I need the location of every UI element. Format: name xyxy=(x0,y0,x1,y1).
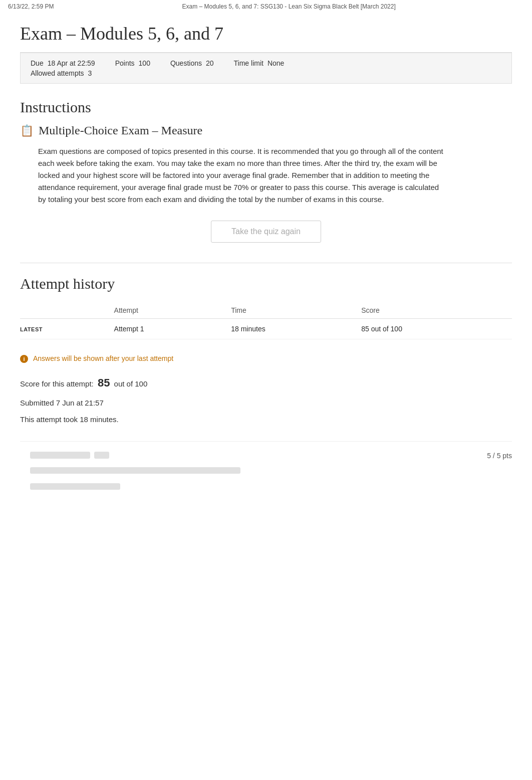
due-label: Due xyxy=(31,59,44,67)
top-bar-title: Exam – Modules 5, 6, and 7: SSG130 - Lea… xyxy=(182,3,396,10)
col-header-time: Time xyxy=(231,302,361,319)
time-limit-value: None xyxy=(268,59,284,67)
meta-questions: Questions 20 xyxy=(170,59,214,67)
redacted-title-block-2 xyxy=(94,452,109,459)
attempt-table: Attempt Time Score LATEST Attempt 1 18 m… xyxy=(20,302,512,339)
attempt-number-cell: Attempt 1 xyxy=(114,319,231,339)
meta-row-2: Allowed attempts 3 xyxy=(31,69,501,77)
top-bar: 6/13/22, 2:59 PM Exam – Modules 5, 6, an… xyxy=(0,0,532,13)
points-label: Points xyxy=(115,59,135,67)
questions-value: 20 xyxy=(206,59,214,67)
notice-text: Answers will be shown after your last at… xyxy=(33,354,173,362)
answers-notice: i Answers will be shown after your last … xyxy=(20,354,512,363)
attempt-history-title: Attempt history xyxy=(20,263,512,292)
question-header: 5 / 5 pts xyxy=(20,452,512,492)
meta-row-1: Due 18 Apr at 22:59 Points 100 Questions… xyxy=(31,59,501,67)
redacted-answer xyxy=(30,483,240,492)
attempt-table-header-row: Attempt Time Score xyxy=(20,302,512,319)
instructions-section-title: Instructions xyxy=(20,99,512,116)
time-limit-label: Time limit xyxy=(234,59,263,67)
question-content xyxy=(30,452,240,492)
allowed-attempts-label: Allowed attempts xyxy=(31,69,84,77)
redacted-answer-block xyxy=(30,483,120,490)
meta-allowed-attempts: Allowed attempts 3 xyxy=(31,69,92,77)
meta-due: Due 18 Apr at 22:59 xyxy=(31,59,95,67)
questions-label: Questions xyxy=(170,59,202,67)
attempt-score-cell: 85 out of 100 xyxy=(361,319,512,339)
info-icon: i xyxy=(20,355,28,363)
exam-title: Multiple-Choice Exam – Measure xyxy=(39,124,202,137)
score-out-of: out of 100 xyxy=(114,379,148,388)
points-value: 100 xyxy=(139,59,150,67)
redacted-title-block-1 xyxy=(30,452,90,459)
score-label: Score for this attempt: xyxy=(20,379,94,388)
attempt-badge-cell: LATEST xyxy=(20,319,114,339)
score-number: 85 xyxy=(98,376,110,389)
table-row: LATEST Attempt 1 18 minutes 85 out of 10… xyxy=(20,319,512,339)
col-header-badge xyxy=(20,302,114,319)
col-header-attempt: Attempt xyxy=(114,302,231,319)
page-content: Exam – Modules 5, 6, and 7 Due 18 Apr at… xyxy=(0,13,532,528)
quiz-button-container: Take the quiz again xyxy=(20,221,512,243)
page-title: Exam – Modules 5, 6, and 7 xyxy=(20,13,512,53)
submitted-text: Submitted 7 Jun at 21:57 xyxy=(20,396,512,410)
redacted-q-line xyxy=(30,467,240,474)
col-header-score: Score xyxy=(361,302,512,319)
attempt-time-cell: 18 minutes xyxy=(231,319,361,339)
take-quiz-button[interactable]: Take the quiz again xyxy=(211,221,321,243)
latest-badge: LATEST xyxy=(20,326,43,332)
top-bar-time: 6/13/22, 2:59 PM xyxy=(8,3,54,10)
question-section: 5 / 5 pts xyxy=(20,441,512,492)
duration-text: This attempt took 18 minutes. xyxy=(20,413,512,426)
meta-points: Points 100 xyxy=(115,59,150,67)
due-value: 18 Apr at 22:59 xyxy=(48,59,95,67)
instructions-body: Exam questions are composed of topics pr… xyxy=(38,145,449,206)
redacted-question-text xyxy=(30,467,240,476)
clipboard-icon: 📋 xyxy=(20,124,34,137)
question-points: 5 / 5 pts xyxy=(487,452,512,460)
allowed-attempts-value: 3 xyxy=(88,69,92,77)
exam-heading: 📋 Multiple-Choice Exam – Measure xyxy=(20,124,512,137)
redacted-title xyxy=(30,452,240,459)
score-summary: Score for this attempt: 85 out of 100 xyxy=(20,373,512,393)
meta-time-limit: Time limit None xyxy=(234,59,285,67)
meta-table: Due 18 Apr at 22:59 Points 100 Questions… xyxy=(20,53,512,84)
